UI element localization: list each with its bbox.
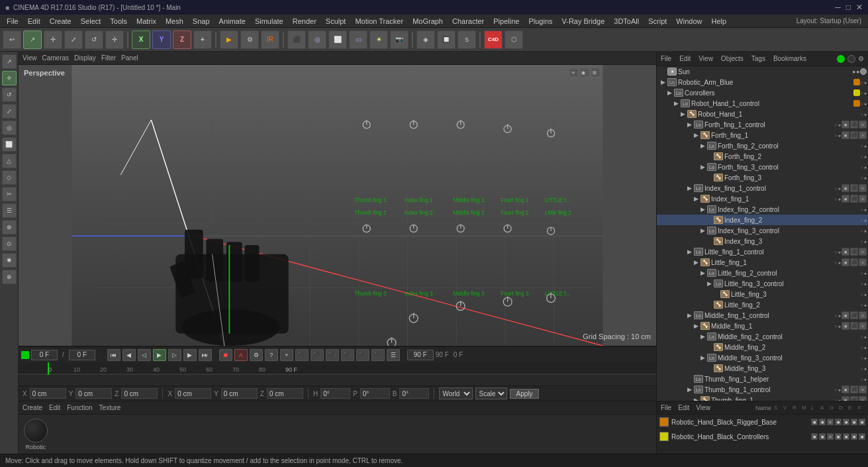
menu-sculpt[interactable]: Sculpt [322,16,350,26]
obj-ff3c[interactable]: ▶ Lo Forth_fing_3_control ○● [657,162,868,172]
obj-ff1[interactable]: ▶ 🦴 Forth_fing_1 ○● ■ ⬛ × [657,130,868,140]
toolbar-scale[interactable]: ⤢ [64,30,83,49]
asset-row-2[interactable]: Robotic_Hand_Black_Controllers ■ ■ × ■ ■… [657,429,868,444]
obj-th1[interactable]: ▶ 🦴 Thumb_fing_1 ○● ■ ⬛ × [657,395,868,401]
minimize-btn[interactable]: ─ [835,3,841,12]
ot-view[interactable]: View [699,55,713,62]
x-input[interactable] [30,388,66,399]
transport-settings[interactable]: ⚙ [250,349,263,361]
menu-file[interactable]: File [3,16,23,26]
end-frame-input[interactable] [407,350,434,360]
ot-tags[interactable]: Tags [751,55,765,62]
obj-if3[interactable]: 🦴 Index_fing_3 ○● [657,236,868,246]
obj-mf1c[interactable]: ▶ Lo Middle_fing_1_control ○● ■ ⬛ × [657,310,868,321]
menu-mograph[interactable]: MoGraph [409,16,447,26]
obj-rh1c[interactable]: ▶ Lo Robot_Hand_1_control ○● [657,98,868,109]
menu-pipeline[interactable]: Pipeline [489,16,523,26]
ot-edit[interactable]: Edit [679,55,691,62]
ot-gear[interactable]: ⚙ [858,55,864,63]
menu-motion-tracker[interactable]: Motion Tracker [351,16,407,26]
transport-key7[interactable]: ⬛ [371,349,385,361]
menu-tools[interactable]: Tools [106,16,131,26]
obj-sun[interactable]: ☀ Sun ● ● [657,66,868,77]
vp-display[interactable]: Display [74,54,96,62]
obj-mf1[interactable]: ▶ 🦴 Middle_fing_1 ○● ■ ⬛ × [657,321,868,331]
close-btn[interactable]: ✕ [856,3,863,12]
p-input[interactable] [360,388,390,399]
ry-input[interactable] [221,388,258,399]
obj-mf2[interactable]: 🦴 Middle_fing_2 ○● [657,342,868,352]
scale-select[interactable]: Scale [475,388,507,399]
transport-next-key[interactable]: ▶ [183,349,197,361]
y-input[interactable] [75,388,112,399]
toolbar-select[interactable]: ↗ [23,30,42,49]
transport-key1[interactable]: + [280,349,293,361]
left-tool-scale[interactable]: ⤢ [2,104,17,119]
obj-if3c[interactable]: ▶ Lo Index_fing_3_control ○● [657,225,868,236]
toolbar-render-settings[interactable]: ⚙ [240,30,259,49]
obj-if2[interactable]: 🦴 Index_fing_2 ○● [657,215,868,225]
obj-lf2c[interactable]: ▶ Lo Little_fing_2_control ○● [657,268,868,278]
left-tool-select[interactable]: ↗ [2,54,17,69]
obj-rh1[interactable]: ▶ 🦴 Robot_Hand_1 ○● [657,109,868,119]
mat-texture[interactable]: Texture [99,404,121,411]
mat-edit[interactable]: Edit [49,404,60,411]
menu-matrix[interactable]: Matrix [132,16,160,26]
left-tool-knife[interactable]: ✂ [2,187,17,201]
mat-function[interactable]: Function [67,404,92,411]
timeline-content[interactable]: 0 10 20 30 40 50 60 70 80 90 F [19,362,656,386]
menu-edit[interactable]: Edit [24,16,44,26]
toolbar-render[interactable]: ▶ [220,30,238,49]
transport-end[interactable]: ⏭ [199,349,212,361]
toolbar-move[interactable]: ✛ [44,30,62,49]
menu-animate[interactable]: Animate [215,16,250,26]
ob-file[interactable]: File [661,404,671,411]
mat-create[interactable]: Create [23,404,42,411]
vp-view[interactable]: View [23,54,37,62]
toolbar-camera[interactable]: 📷 [390,30,409,49]
toolbar-extra1[interactable]: ⬡ [505,30,523,49]
menu-select[interactable]: Select [77,16,105,26]
toolbar-material[interactable]: ◈ [416,30,435,49]
toolbar-y[interactable]: Y [152,30,171,49]
ob-edit[interactable]: Edit [678,404,689,411]
toolbar-rotate[interactable]: ↺ [85,30,103,49]
obj-mf3c[interactable]: ▶ Lo Middle_fing_3_control ○● [657,352,868,363]
toolbar-cube[interactable]: ⬛ [287,30,306,49]
asset-row-1[interactable]: Robotic_Hand_Black_Rigged_Base ■ ■ × ■ ■… [657,415,868,429]
current-frame-input[interactable] [31,350,58,360]
toolbar-sphere[interactable]: ◎ [308,30,326,49]
transport-key4[interactable]: ⬛ [326,349,339,361]
left-tool-lasso[interactable]: ◇ [2,170,17,185]
transport-prev-key[interactable]: ◀ [122,349,136,361]
toolbar-transform[interactable]: ✛ [105,30,124,49]
ob-view[interactable]: View [696,404,710,411]
left-tool-mirror[interactable]: ⊙ [2,236,17,251]
obj-lf3c[interactable]: ▶ Lo Little_fing_3_control ○● [657,278,868,289]
menu-help[interactable]: Help [707,16,730,26]
menu-snap[interactable]: Snap [189,16,214,26]
obj-lf1c[interactable]: ▶ Lo Little_fing_1_control ○● ■ ⬛ × [657,246,868,257]
toolbar-texture[interactable]: 🔲 [437,30,456,49]
transport-fps[interactable]: ? [265,349,278,361]
obj-ff2[interactable]: 🦴 Forth_fing_2 ○● [657,151,868,162]
left-tool-rect-sel[interactable]: ⬜ [2,137,17,152]
menu-simulate[interactable]: Simulate [251,16,287,26]
menu-vray[interactable]: V-Ray Bridge [558,16,609,26]
vp-filter[interactable]: Filter [101,54,116,62]
menu-3dtoall[interactable]: 3DToAll [610,16,643,26]
left-tool-rotate[interactable]: ↺ [2,87,17,102]
toolbar-ir[interactable]: IR [261,30,279,49]
left-tool-snap[interactable]: ⊕ [2,270,17,284]
b-input[interactable] [399,388,429,399]
world-select[interactable]: WorldObject [439,388,473,399]
ot-bookmarks[interactable]: Bookmarks [773,55,806,62]
obj-if1c[interactable]: ▶ Lo Index_fing_1_control ○● ■ ⬛ × [657,183,868,193]
obj-mf2c[interactable]: ▶ Lo Middle_fing_2_control ○● [657,331,868,342]
ot-file[interactable]: File [661,55,671,62]
obj-ff2c[interactable]: ▶ Lo Forth_fing_2_control ○● [657,140,868,151]
toolbar-s[interactable]: S [458,30,476,49]
transport-key6[interactable]: ⬛ [356,349,369,361]
menu-mesh[interactable]: Mesh [162,16,187,26]
vp-cameras[interactable]: Cameras [42,54,70,62]
